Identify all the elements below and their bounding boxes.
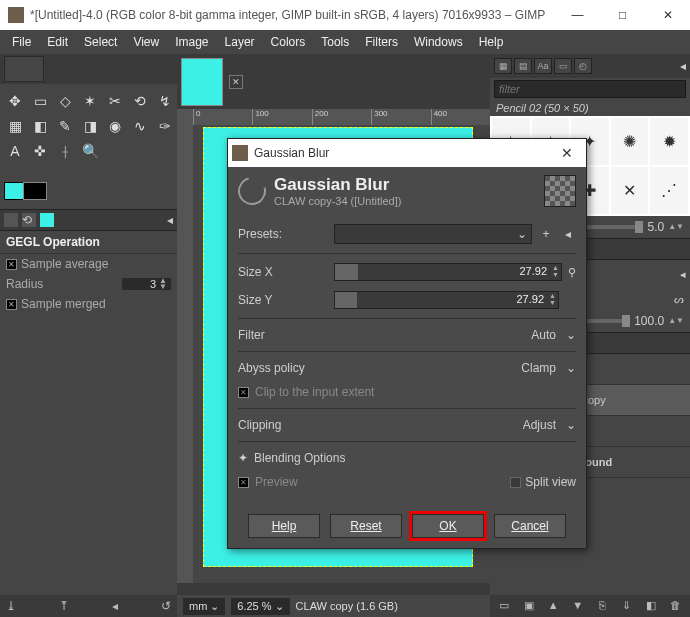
brush-cell[interactable]: ✺ bbox=[611, 118, 649, 165]
brush-filter-input[interactable] bbox=[494, 80, 686, 98]
split-view-label: Split view bbox=[525, 475, 576, 489]
image-tabs: ✕ bbox=[177, 54, 490, 109]
dialog-titlebar[interactable]: Gaussian Blur ✕ bbox=[228, 139, 586, 167]
left-bottom-dock: ⤓ ⤒ ◂ ↺ bbox=[0, 595, 177, 617]
sample-average-checkbox[interactable]: ✕ bbox=[6, 259, 17, 270]
horizontal-scrollbar[interactable] bbox=[177, 583, 490, 595]
filter-dropdown-icon[interactable]: ⌄ bbox=[566, 328, 576, 342]
maximize-button[interactable]: □ bbox=[600, 0, 645, 30]
mode-switch-icon[interactable]: ᔕ bbox=[674, 293, 684, 306]
gradient-icon[interactable]: ◧ bbox=[29, 115, 51, 137]
menu-file[interactable]: File bbox=[4, 31, 39, 53]
free-select-icon[interactable]: ◇ bbox=[54, 90, 76, 112]
preset-menu-icon[interactable]: ◂ bbox=[560, 227, 576, 241]
dialog-close-icon[interactable]: ✕ bbox=[552, 145, 582, 161]
save-options-icon[interactable]: ⤓ bbox=[6, 599, 16, 613]
dup-layer-icon[interactable]: ⎘ bbox=[594, 597, 610, 613]
mask-layer-icon[interactable]: ◧ bbox=[643, 597, 659, 613]
image-tab-thumbnail[interactable] bbox=[181, 58, 223, 106]
layer-up-icon[interactable]: ▲ bbox=[545, 597, 561, 613]
preview-checkbox[interactable]: ✕ bbox=[238, 477, 249, 488]
zoom-dropdown[interactable]: 6.25 %⌄ bbox=[231, 598, 289, 615]
new-layer-icon[interactable]: ▭ bbox=[496, 597, 512, 613]
add-preset-icon[interactable]: + bbox=[538, 227, 554, 241]
dock-tab-icon[interactable]: ⟲ bbox=[22, 213, 36, 227]
radius-input[interactable] bbox=[126, 278, 156, 290]
reset-button[interactable]: Reset bbox=[330, 514, 402, 538]
rect-select-icon[interactable]: ▭ bbox=[29, 90, 51, 112]
sample-merged-checkbox[interactable]: ✕ bbox=[6, 299, 17, 310]
presets-dropdown[interactable]: ⌄ bbox=[334, 224, 532, 244]
image-tab-close-icon[interactable]: ✕ bbox=[229, 75, 243, 89]
zoom-icon[interactable]: 🔍 bbox=[79, 140, 101, 162]
layer-down-icon[interactable]: ▼ bbox=[570, 597, 586, 613]
smudge-icon[interactable]: ∿ bbox=[129, 115, 151, 137]
dock-tab-icon[interactable] bbox=[40, 213, 54, 227]
brush-cell[interactable]: ⋰ bbox=[650, 167, 688, 214]
clipping-dropdown-icon[interactable]: ⌄ bbox=[566, 418, 576, 432]
bucket-fill-icon[interactable]: ▦ bbox=[4, 115, 26, 137]
brush-cell[interactable]: ✕ bbox=[611, 167, 649, 214]
dock-menu-icon[interactable]: ◂ bbox=[680, 268, 686, 287]
reset-options-icon[interactable]: ↺ bbox=[161, 599, 171, 613]
unit-dropdown[interactable]: mm⌄ bbox=[183, 598, 225, 615]
menu-tools[interactable]: Tools bbox=[313, 31, 357, 53]
abyss-dropdown-icon[interactable]: ⌄ bbox=[566, 361, 576, 375]
text-tool-icon[interactable]: A bbox=[4, 140, 26, 162]
sizey-slider[interactable]: 27.92▲▼ bbox=[334, 291, 559, 309]
move-tool-icon[interactable]: ✥ bbox=[4, 90, 26, 112]
menu-select[interactable]: Select bbox=[76, 31, 125, 53]
crop-tool-icon[interactable]: ✂ bbox=[104, 90, 126, 112]
sizey-label: Size Y bbox=[238, 293, 328, 307]
fonts-tab-icon[interactable]: Aa bbox=[534, 58, 552, 74]
close-button[interactable]: ✕ bbox=[645, 0, 690, 30]
sizex-slider[interactable]: 27.92▲▼ bbox=[334, 263, 562, 281]
brush-cell[interactable]: ✹ bbox=[650, 118, 688, 165]
history-tab-icon[interactable]: ▭ bbox=[554, 58, 572, 74]
dock-tab-icon[interactable] bbox=[4, 213, 18, 227]
path-icon[interactable]: ✑ bbox=[154, 115, 176, 137]
minimize-button[interactable]: ― bbox=[555, 0, 600, 30]
delete-options-icon[interactable]: ◂ bbox=[112, 599, 118, 613]
blending-label[interactable]: Blending Options bbox=[254, 451, 345, 465]
pencil-icon[interactable]: ✎ bbox=[54, 115, 76, 137]
clone-icon[interactable]: ◉ bbox=[104, 115, 126, 137]
menu-view[interactable]: View bbox=[125, 31, 167, 53]
measure-icon[interactable]: ⟊ bbox=[54, 140, 76, 162]
warp-icon[interactable]: ↯ bbox=[154, 90, 176, 112]
dock-menu-icon[interactable]: ◂ bbox=[167, 213, 173, 227]
clip-extent-checkbox[interactable]: ✕ bbox=[238, 387, 249, 398]
layer-group-icon[interactable]: ▣ bbox=[521, 597, 537, 613]
delete-layer-icon[interactable]: 🗑 bbox=[668, 597, 684, 613]
menu-edit[interactable]: Edit bbox=[39, 31, 76, 53]
layer-buttons: ▭ ▣ ▲ ▼ ⎘ ⇓ ◧ 🗑 bbox=[490, 595, 690, 617]
toolbox-tab[interactable] bbox=[4, 56, 44, 82]
menu-windows[interactable]: Windows bbox=[406, 31, 471, 53]
blending-expand-icon[interactable]: ✦ bbox=[238, 451, 248, 465]
menu-colors[interactable]: Colors bbox=[263, 31, 314, 53]
patterns-tab-icon[interactable]: ▤ bbox=[514, 58, 532, 74]
link-xy-icon[interactable]: ⚲ bbox=[568, 266, 576, 279]
filter-value: Auto bbox=[531, 328, 556, 342]
restore-options-icon[interactable]: ⤒ bbox=[59, 599, 69, 613]
brushes-tab-icon[interactable]: ▦ bbox=[494, 58, 512, 74]
fuzzy-select-icon[interactable]: ✶ bbox=[79, 90, 101, 112]
merge-layer-icon[interactable]: ⇓ bbox=[619, 597, 635, 613]
radius-spinner[interactable]: ▲▼ bbox=[122, 278, 171, 290]
menu-help[interactable]: Help bbox=[471, 31, 512, 53]
menu-filters[interactable]: Filters bbox=[357, 31, 406, 53]
cancel-button[interactable]: Cancel bbox=[494, 514, 566, 538]
menu-image[interactable]: Image bbox=[167, 31, 216, 53]
split-view-checkbox[interactable] bbox=[510, 477, 521, 488]
doc-tab-icon[interactable]: ◴ bbox=[574, 58, 592, 74]
transform-icon[interactable]: ⟲ bbox=[129, 90, 151, 112]
bg-color-swatch[interactable] bbox=[23, 182, 47, 200]
help-button[interactable]: Help bbox=[248, 514, 320, 538]
picker-icon[interactable]: ✜ bbox=[29, 140, 51, 162]
dialog-subheading: CLAW copy-34 ([Untitled]) bbox=[274, 195, 401, 207]
color-swatches[interactable] bbox=[0, 168, 177, 209]
ok-button[interactable]: OK bbox=[412, 514, 484, 538]
dock-menu-icon[interactable]: ◂ bbox=[680, 59, 686, 73]
eraser-icon[interactable]: ◨ bbox=[79, 115, 101, 137]
menu-layer[interactable]: Layer bbox=[217, 31, 263, 53]
